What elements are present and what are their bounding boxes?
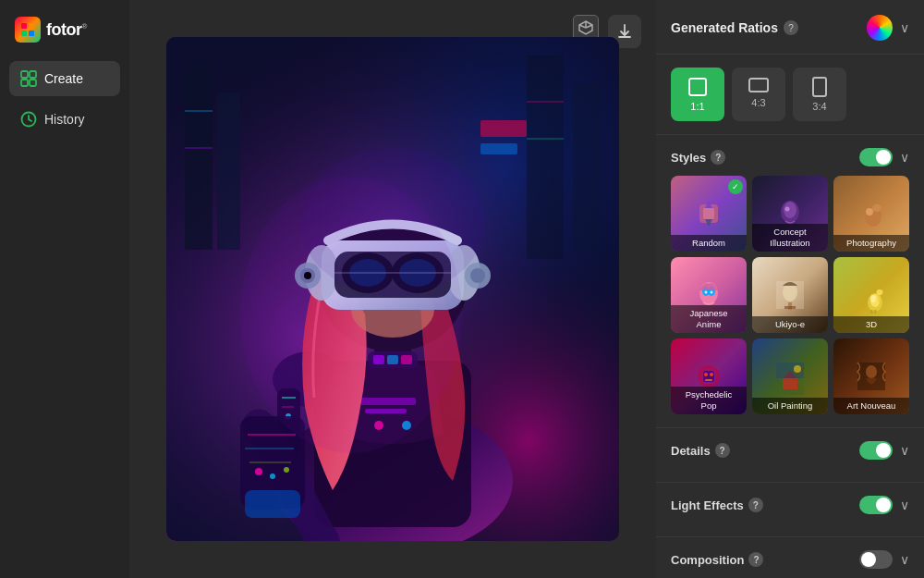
- sidebar: fotor® Create History: [0, 0, 129, 578]
- svg-point-82: [872, 204, 881, 212]
- panel-header-left: Generated Ratios ?: [671, 20, 798, 35]
- details-toggle-knob: [876, 443, 891, 458]
- style-japanese-anime[interactable]: JapaneseAnime: [671, 257, 747, 333]
- photography-icon: [853, 195, 890, 232]
- right-panel: Generated Ratios ? ∨ 1:1 4:3: [656, 0, 924, 578]
- style-concept-label: ConceptIllustration: [752, 224, 828, 252]
- ratio-1-1[interactable]: 1:1: [671, 68, 724, 121]
- logo: fotor®: [9, 13, 120, 55]
- style-concept-illustration[interactable]: ConceptIllustration: [752, 176, 828, 252]
- history-label: History: [44, 112, 85, 127]
- composition-row: Composition ? ∨: [671, 550, 909, 569]
- style-art-nouveau-label: Art Nouveau: [833, 398, 909, 414]
- color-picker-circle[interactable]: [867, 15, 893, 41]
- details-section: Details ? ∨: [656, 428, 924, 483]
- svg-point-65: [270, 473, 275, 479]
- svg-rect-72: [813, 78, 826, 96]
- ratio-1-1-icon: [687, 77, 708, 97]
- composition-toggle[interactable]: [859, 550, 893, 569]
- svg-point-109: [794, 365, 801, 373]
- svg-rect-21: [573, 83, 601, 250]
- styles-chevron[interactable]: ∨: [900, 150, 909, 165]
- light-effects-toggle[interactable]: [859, 496, 893, 514]
- svg-point-112: [866, 365, 877, 378]
- generated-ratios-help[interactable]: ?: [784, 20, 798, 35]
- svg-point-64: [255, 468, 262, 475]
- styles-toggle[interactable]: [859, 148, 893, 166]
- sidebar-item-create[interactable]: Create: [9, 61, 120, 96]
- generated-ratios-title: Generated Ratios: [671, 20, 778, 35]
- style-anime-label: JapaneseAnime: [671, 305, 747, 333]
- svg-rect-5: [30, 71, 36, 78]
- details-row: Details ? ∨: [671, 441, 909, 460]
- svg-rect-26: [480, 120, 527, 137]
- artwork-svg: [166, 37, 619, 541]
- styles-help[interactable]: ?: [711, 150, 725, 165]
- style-oil-painting[interactable]: Oil Painting: [752, 338, 828, 414]
- composition-label: Composition ?: [671, 552, 763, 567]
- svg-line-12: [586, 25, 592, 28]
- history-icon: [20, 111, 37, 128]
- style-3d-label: 3D: [833, 316, 909, 333]
- svg-rect-104: [705, 379, 712, 381]
- svg-rect-95: [870, 310, 873, 314]
- logo-text: fotor®: [46, 20, 87, 40]
- ratio-3-4[interactable]: 3:4: [793, 68, 846, 121]
- composition-chevron[interactable]: ∨: [900, 552, 909, 567]
- svg-line-11: [579, 25, 586, 28]
- sidebar-item-history[interactable]: History: [9, 102, 120, 137]
- details-label: Details ?: [671, 443, 730, 458]
- svg-rect-74: [703, 208, 714, 219]
- ratios-section: 1:1 4:3 3:4: [656, 55, 924, 135]
- ratio-3-4-icon: [812, 77, 827, 97]
- style-3d[interactable]: 3D: [833, 257, 909, 333]
- svg-point-69: [300, 148, 485, 296]
- svg-rect-96: [874, 310, 877, 314]
- style-ukiyo-e[interactable]: Ukiyo-e: [752, 257, 828, 333]
- style-random[interactable]: ✓ Random: [671, 176, 747, 252]
- create-label: Create: [44, 71, 83, 86]
- composition-toggle-chevron: ∨: [859, 550, 909, 569]
- svg-point-66: [284, 467, 289, 473]
- composition-help[interactable]: ?: [748, 552, 763, 567]
- styles-header-row: Styles ? ∨: [671, 148, 909, 166]
- styles-toggle-knob: [876, 150, 891, 165]
- svg-rect-110: [776, 389, 804, 395]
- svg-point-79: [785, 207, 790, 212]
- light-effects-label: Light Effects ?: [671, 498, 763, 512]
- style-random-label: Random: [671, 235, 747, 252]
- svg-point-87: [711, 291, 713, 294]
- svg-rect-0: [21, 23, 27, 29]
- random-icon: [690, 195, 727, 232]
- random-selected-badge: ✓: [728, 179, 743, 194]
- style-ukiyoe-label: Ukiyo-e: [752, 316, 828, 333]
- light-effects-help[interactable]: ?: [748, 498, 763, 512]
- ratio-4-3[interactable]: 4:3: [732, 68, 785, 121]
- style-art-nouveau[interactable]: Art Nouveau: [833, 338, 909, 414]
- light-effects-chevron[interactable]: ∨: [900, 498, 909, 512]
- details-chevron[interactable]: ∨: [900, 443, 909, 458]
- svg-point-81: [866, 208, 873, 215]
- light-effects-toggle-chevron: ∨: [859, 496, 909, 514]
- svg-point-103: [710, 373, 713, 376]
- details-toggle-chevron: ∨: [859, 441, 909, 460]
- svg-rect-6: [21, 80, 28, 86]
- oil-painting-icon: [772, 358, 808, 395]
- light-effects-row: Light Effects ? ∨: [671, 496, 909, 514]
- details-help[interactable]: ?: [715, 443, 730, 458]
- details-toggle[interactable]: [859, 441, 893, 460]
- ratios-chevron[interactable]: ∨: [900, 20, 909, 35]
- svg-point-98: [877, 289, 883, 295]
- light-effects-toggle-knob: [876, 498, 891, 512]
- ukiyoe-icon: [772, 277, 808, 314]
- create-icon: [20, 70, 37, 87]
- svg-rect-18: [185, 65, 213, 250]
- ratio-4-3-icon: [748, 77, 769, 93]
- light-effects-section: Light Effects ? ∨: [656, 483, 924, 537]
- style-psychedelic-pop[interactable]: PsychedelicPop: [671, 338, 747, 414]
- style-psychedelic-label: PsychedelicPop: [671, 387, 747, 414]
- ratio-buttons: 1:1 4:3 3:4: [671, 68, 909, 121]
- style-photography[interactable]: Photography: [833, 176, 909, 252]
- svg-rect-3: [29, 31, 34, 36]
- main-content: [129, 0, 656, 578]
